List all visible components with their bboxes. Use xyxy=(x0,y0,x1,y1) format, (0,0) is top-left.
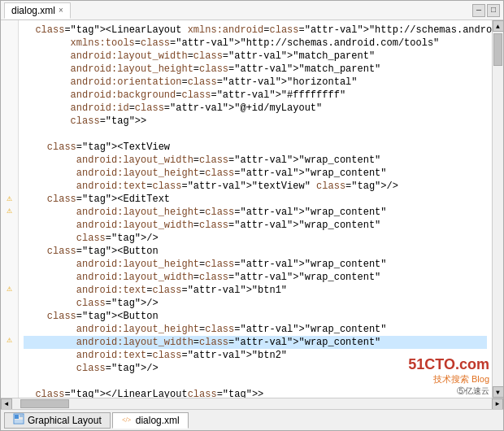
gutter-row xyxy=(1,243,18,256)
gutter-row xyxy=(1,385,18,398)
scroll-left-button[interactable]: ◄ xyxy=(1,398,12,410)
code-line: class="tag">/> xyxy=(24,297,487,310)
code-editor[interactable]: class="tag"><LinearLayout xmlns:android=… xyxy=(19,20,492,398)
code-line: android:layout_height=class="attr-val">"… xyxy=(24,63,487,76)
gutter-row xyxy=(1,101,18,114)
code-line: class="tag"></LinearLayoutclass="tag">> xyxy=(24,388,487,398)
code-line: android:layout_height=class="attr-val">"… xyxy=(24,167,487,180)
code-line: android:layout_width=class="attr-val">"m… xyxy=(24,50,487,63)
warning-icon: ⚠ xyxy=(7,334,12,345)
tab-label: dialog.xml xyxy=(11,5,55,16)
gutter-row xyxy=(1,178,18,191)
title-bar: dialog.xml × — □ xyxy=(1,1,503,20)
gutter-row xyxy=(1,307,18,320)
gutter-row xyxy=(1,127,18,140)
code-line: android:id=class="attr-val">"@+id/myLayo… xyxy=(24,102,487,115)
code-line: android:text=class="attr-val">"btn1" xyxy=(24,284,487,297)
vertical-scrollbar[interactable]: ▲ ▼ xyxy=(492,20,503,398)
gutter-row xyxy=(1,255,18,268)
code-line: xmlns:tools=class="attr-val">"http://sch… xyxy=(24,37,487,50)
svg-text:</>: </> xyxy=(122,416,132,424)
code-line: android:layout_width=class="attr-val">"w… xyxy=(24,219,487,232)
code-line: android:layout_width=class="attr-val">"w… xyxy=(24,336,487,349)
code-line: class="tag"><LinearLayout xmlns:android=… xyxy=(24,24,487,37)
svg-rect-2 xyxy=(20,415,23,417)
gutter-row xyxy=(1,24,18,37)
code-line: class="tag"><Button xyxy=(24,245,487,258)
window-controls: — □ xyxy=(472,4,500,17)
gutter-row xyxy=(1,63,18,76)
xml-tab-icon: </> xyxy=(121,413,133,427)
graphic-tab-icon xyxy=(13,413,24,427)
code-line: android:text=class="attr-val">"textView"… xyxy=(24,180,487,193)
gutter-row xyxy=(1,346,18,359)
svg-rect-3 xyxy=(15,420,23,423)
scroll-thumb-h[interactable] xyxy=(20,399,69,408)
code-line: class="tag"><EditText xyxy=(24,193,487,206)
gutter-row xyxy=(1,268,18,281)
view-tabs: Graphical Layout</>dialog.xml xyxy=(1,409,503,430)
gutter-row xyxy=(1,114,18,127)
scroll-down-button[interactable]: ▼ xyxy=(493,386,504,398)
code-line: android:layout_height=class="attr-val">"… xyxy=(24,258,487,271)
warning-gutter: ⚠⚠⚠⚠ xyxy=(1,20,19,398)
minimize-button[interactable]: — xyxy=(472,4,485,17)
gutter-row xyxy=(1,165,18,178)
scroll-thumb-v[interactable] xyxy=(493,33,502,66)
code-line: class="tag">/> xyxy=(24,232,487,245)
gutter-row xyxy=(1,217,18,230)
restore-button[interactable]: □ xyxy=(487,4,500,17)
scroll-up-button[interactable]: ▲ xyxy=(493,20,504,32)
code-line xyxy=(24,375,487,388)
gutter-row xyxy=(1,75,18,88)
bottom-tab-label: Graphical Layout xyxy=(28,415,102,426)
warning-icon: ⚠ xyxy=(7,205,12,216)
gutter-row xyxy=(1,37,18,50)
main-window: dialog.xml × — □ ⚠⚠⚠⚠ class="tag"><Linea… xyxy=(0,0,504,431)
tab-bar: dialog.xml × xyxy=(4,2,71,19)
code-line: android:layout_height=class="attr-val">"… xyxy=(24,206,487,219)
code-line: android:orientation=class="attr-val">"ho… xyxy=(24,76,487,89)
warning-icon: ⚠ xyxy=(7,283,12,294)
gutter-row xyxy=(1,140,18,153)
code-line: android:layout_width=class="attr-val">"w… xyxy=(24,271,487,284)
scroll-track-h[interactable] xyxy=(12,398,492,409)
svg-rect-1 xyxy=(15,415,19,419)
gutter-row xyxy=(1,88,18,101)
code-line: class="tag">/> xyxy=(24,362,487,375)
gutter-row xyxy=(1,50,18,63)
scroll-track-v[interactable] xyxy=(493,32,503,386)
code-line: class="tag">> xyxy=(24,115,487,128)
bottom-tab-graphical-layout[interactable]: Graphical Layout xyxy=(4,412,111,429)
gutter-row xyxy=(1,294,18,307)
gutter-row xyxy=(1,153,18,166)
editor-tab[interactable]: dialog.xml × xyxy=(4,2,71,19)
gutter-row: ⚠ xyxy=(1,191,18,204)
tab-close-icon[interactable]: × xyxy=(59,6,63,15)
code-line: class="tag"><Button xyxy=(24,310,487,323)
gutter-row: ⚠ xyxy=(1,204,18,217)
code-line: android:layout_height=class="attr-val">"… xyxy=(24,323,487,336)
horizontal-scrollbar[interactable]: ◄ ► xyxy=(1,398,503,409)
code-line: android:background=class="attr-val">"#ff… xyxy=(24,89,487,102)
bottom-tab-label: dialog.xml xyxy=(136,415,180,426)
scroll-right-button[interactable]: ► xyxy=(492,398,503,410)
code-line: class="tag"><TextView xyxy=(24,141,487,154)
code-line: android:text=class="attr-val">"btn2" xyxy=(24,349,487,362)
code-line: android:layout_width=class="attr-val">"w… xyxy=(24,154,487,167)
bottom-tab-dialog.xml[interactable]: </>dialog.xml xyxy=(112,412,189,429)
warning-icon: ⚠ xyxy=(7,193,12,203)
editor-area: ⚠⚠⚠⚠ class="tag"><LinearLayout xmlns:and… xyxy=(1,20,503,398)
gutter-row xyxy=(1,320,18,333)
gutter-row xyxy=(1,230,18,243)
gutter-row: ⚠ xyxy=(1,281,18,294)
gutter-row xyxy=(1,372,18,385)
gutter-row: ⚠ xyxy=(1,333,18,346)
gutter-row xyxy=(1,359,18,372)
code-line xyxy=(24,128,487,141)
